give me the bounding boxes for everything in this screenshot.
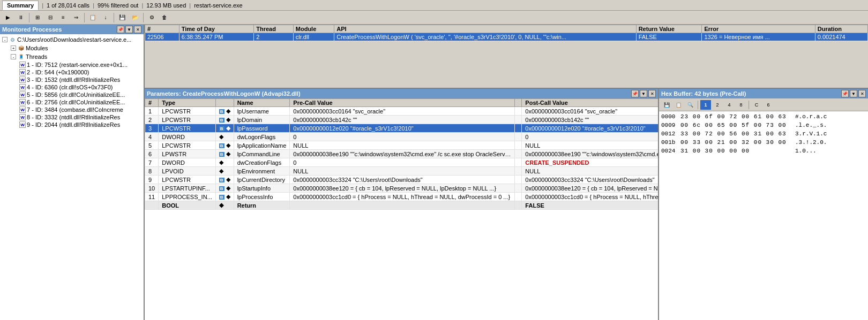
- threads-icon: 🧵: [17, 53, 25, 60]
- col-num[interactable]: #: [145, 25, 179, 33]
- hex-btn-search[interactable]: 🔍: [685, 100, 695, 110]
- tree-threads[interactable]: - 🧵 Threads: [1, 52, 143, 61]
- call-row-1[interactable]: 22506 6:38:35.247 PM 2 clr.dll CreatePro…: [145, 33, 868, 41]
- param-col-pre[interactable]: Pre-Call Value: [290, 99, 515, 107]
- toolbar-btn3[interactable]: ≡: [57, 12, 69, 23]
- param-col-name[interactable]: Name: [234, 99, 290, 107]
- param-post-3: 0x00000000012e020 "#oracle_s3rV1c3!2010": [522, 124, 658, 133]
- tree-thread-7[interactable]: W 7 - ID: 3484 (combase.dll!CoIncreme: [1, 106, 143, 113]
- toolbar-btn8[interactable]: 📂: [129, 12, 141, 23]
- toolbar-btn5[interactable]: 📋: [87, 12, 99, 23]
- toolbar-btn1[interactable]: ⊞: [32, 12, 43, 23]
- left-panel-pin-btn[interactable]: 📌: [117, 26, 124, 33]
- left-panel-title: Monitored Processes: [2, 26, 117, 33]
- toolbar-btn10[interactable]: 🗑: [159, 12, 170, 23]
- param-row-4[interactable]: 4 DWORD ◆ dwLogonFlags 0 0: [145, 133, 659, 141]
- hex-ascii-4: 1.0...: [795, 147, 817, 155]
- param-col-post[interactable]: Post-Call Value: [522, 99, 658, 107]
- tree-thread-6[interactable]: W 6 - ID: 2756 (clr.dll!CoUninitializeEE…: [1, 98, 143, 106]
- hex-controls: 📌 ▼ ✕: [841, 90, 866, 97]
- thread-8-icon: W: [19, 114, 26, 120]
- param-col-type[interactable]: Type: [159, 99, 216, 107]
- hex-btn-1[interactable]: 1: [700, 100, 711, 110]
- params-pin-btn[interactable]: 📌: [631, 90, 639, 97]
- toolbar-btn2[interactable]: ⊟: [44, 12, 56, 23]
- tree-thread-4[interactable]: W 4 - ID: 6360 (clr.dll!sOS+0x73F0): [1, 83, 143, 91]
- tree-thread-1[interactable]: W 1 - ID: 7512 (restart-service.exe+0x1.…: [1, 61, 143, 68]
- col-error[interactable]: Error: [702, 25, 815, 33]
- hex-addr-3: 001b: [661, 138, 678, 147]
- toolbar-btn9[interactable]: ⚙: [146, 12, 158, 23]
- hex-btn-6[interactable]: 6: [763, 100, 774, 110]
- param-return-row[interactable]: BOOL ◆ Return FALSE: [145, 201, 659, 210]
- thread-9-label: 9 - ID: 2044 (ntdll.dll!RtlInitializeRes: [27, 121, 120, 128]
- param-col-badge[interactable]: [215, 99, 234, 107]
- left-panel-float-btn[interactable]: ▼: [125, 26, 133, 33]
- param-row-11[interactable]: 11 LPPROCESS_IN... B ◆ lpProcessInfo 0x0…: [145, 193, 659, 201]
- param-badge-11: B ◆: [215, 193, 234, 201]
- param-row-7[interactable]: 7 DWORD ◆ dwCreationFlags 0 CREATE_SUSPE…: [145, 158, 659, 167]
- hex-btn-c[interactable]: C: [751, 100, 762, 110]
- params-close-btn[interactable]: ✕: [648, 90, 656, 97]
- tree-thread-9[interactable]: W 9 - ID: 2044 (ntdll.dll!RtlInitializeR…: [1, 121, 143, 128]
- hex-panel: Hex Buffer: 42 bytes (Pre-Call) 📌 ▼ ✕ 💾 …: [659, 89, 868, 320]
- tree-thread-5[interactable]: W 5 - ID: 5856 (clr.dll!CoUninitializeEE…: [1, 91, 143, 98]
- hex-btn-8[interactable]: 8: [736, 100, 746, 110]
- param-row-5[interactable]: 5 LPCWSTR B ◆ lpApplicationName NULL NUL…: [145, 141, 659, 150]
- col-return[interactable]: Return Value: [636, 25, 702, 33]
- col-time[interactable]: Time of Day: [179, 25, 254, 33]
- param-post-7: CREATE_SUSPENDED: [522, 158, 658, 167]
- hex-btn-2[interactable]: 2: [712, 100, 723, 110]
- hex-btn-save[interactable]: 💾: [661, 100, 672, 110]
- main-layout: Monitored Processes 📌 ▼ ✕ - ⚙ C:\Users\r…: [0, 25, 868, 320]
- param-badge-3: B ◆: [215, 124, 234, 133]
- calls-table-container[interactable]: # Time of Day Thread Module API Return V…: [145, 25, 868, 89]
- hex-pin-btn[interactable]: 📌: [841, 90, 849, 97]
- root-expand-btn[interactable]: -: [2, 37, 8, 42]
- param-name-7: dwCreationFlags: [234, 158, 290, 167]
- threads-expand-btn[interactable]: -: [11, 54, 16, 59]
- col-module[interactable]: Module: [293, 25, 334, 33]
- hex-btn-4[interactable]: 4: [724, 100, 735, 110]
- params-float-btn[interactable]: ▼: [640, 90, 647, 97]
- param-row-10[interactable]: 10 LPSTARTUPINF... B ◆ lpStartupInfo 0x0…: [145, 184, 659, 193]
- hex-close-btn[interactable]: ✕: [858, 90, 866, 97]
- hex-content[interactable]: 0000 23 00 6f 00 72 00 61 00 63 #.o.r.a.…: [659, 111, 868, 320]
- hex-btn-copy[interactable]: 📋: [673, 100, 684, 110]
- param-row-3[interactable]: 3 LPCWSTR B ◆ lpPassword 0x00000000012e0…: [145, 124, 659, 133]
- params-table-container[interactable]: # Type Name Pre-Call Value Post-Call Val…: [145, 98, 658, 320]
- modules-expand-btn[interactable]: +: [11, 45, 16, 51]
- process-tree[interactable]: - ⚙ C:\Users\root\Downloads\restart-serv…: [0, 34, 144, 320]
- param-row-9[interactable]: 9 LPCWSTR B ◆ lpCurrentDirectory 0x00000…: [145, 176, 659, 184]
- tree-root[interactable]: - ⚙ C:\Users\root\Downloads\restart-serv…: [1, 35, 143, 44]
- param-row-2[interactable]: 2 LPCWSTR B ◆ lpDomain 0x0000000003cb142…: [145, 116, 659, 124]
- param-post-2: 0x0000000003cb142c "": [522, 116, 658, 124]
- thread-2-icon: W: [19, 69, 26, 75]
- col-thread[interactable]: Thread: [254, 25, 294, 33]
- toolbar-btn6[interactable]: ↓: [100, 12, 111, 23]
- tree-thread-8[interactable]: W 8 - ID: 3332 (ntdll.dll!RtlInitializeR…: [1, 113, 143, 121]
- tree-thread-3[interactable]: W 3 - ID: 1532 (ntdll.dll!RtlInitializeR…: [1, 76, 143, 83]
- pause-btn[interactable]: ⏸: [15, 12, 27, 23]
- param-row-6[interactable]: 6 LPWSTR B ◆ lpCommandLine 0x0000000038e…: [145, 150, 659, 158]
- param-col-num[interactable]: #: [145, 99, 159, 107]
- return-arrow: [515, 201, 522, 210]
- param-arrow-1: [515, 107, 522, 116]
- hex-float-btn[interactable]: ▼: [850, 90, 857, 97]
- param-row-1[interactable]: 1 LPCWSTR B ◆ lpUsername 0x0000000003cc0…: [145, 107, 659, 116]
- toolbar-btn4[interactable]: ⇒: [70, 12, 82, 23]
- modules-icon: 📦: [17, 44, 25, 52]
- summary-tab[interactable]: Summary: [2, 1, 39, 10]
- col-api[interactable]: API: [334, 25, 636, 33]
- toolbar-btn7[interactable]: 💾: [116, 12, 128, 23]
- tree-modules[interactable]: + 📦 Modules: [1, 44, 143, 52]
- play-btn[interactable]: ▶: [2, 12, 14, 23]
- param-type-2: LPCWSTR: [159, 116, 216, 124]
- col-duration[interactable]: Duration: [815, 25, 867, 33]
- param-name-1: lpUsername: [234, 107, 290, 116]
- left-panel-close-btn[interactable]: ✕: [134, 26, 141, 33]
- param-row-8[interactable]: 8 LPVOID ◆ lpEnvironment NULL NULL: [145, 167, 659, 176]
- param-type-11: LPPROCESS_IN...: [159, 193, 216, 201]
- tree-thread-2[interactable]: W 2 - ID: 544 (+0x190000): [1, 68, 143, 76]
- hex-sep1: [698, 101, 698, 109]
